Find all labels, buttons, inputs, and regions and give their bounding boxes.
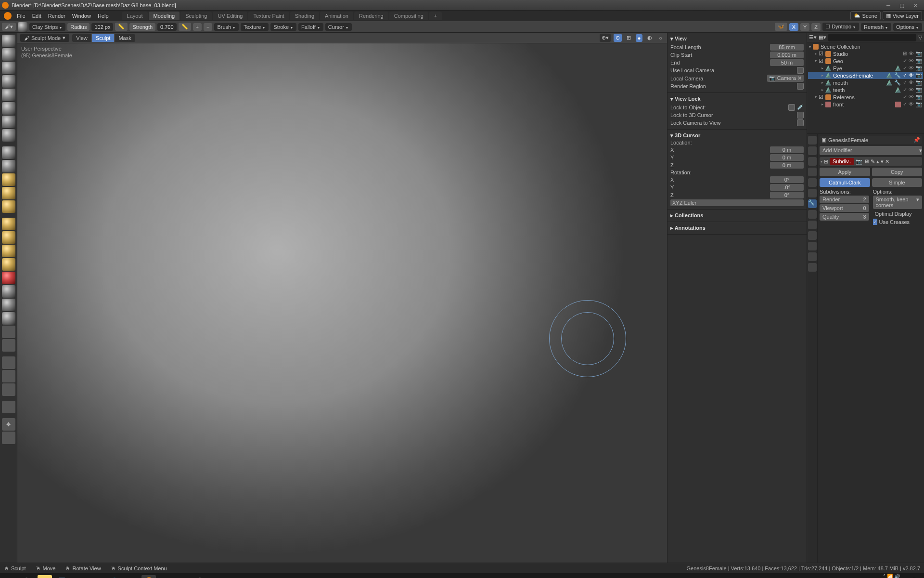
- remesh-dropdown[interactable]: Remesh: [861, 23, 891, 31]
- fill-brush-icon[interactable]: [2, 173, 15, 186]
- brush-dropdown[interactable]: Brush: [214, 23, 239, 31]
- sculpt-menu[interactable]: Sculpt: [92, 34, 115, 42]
- outliner-type-icon[interactable]: ☰▾: [809, 34, 817, 40]
- modifier-name[interactable]: Subdiv..: [830, 158, 854, 165]
- brush-preview-icon[interactable]: [18, 22, 27, 32]
- mesh-filter-icon[interactable]: [2, 401, 15, 413]
- tree-referens[interactable]: ▾☑Referens✓ 👁 📷: [808, 93, 923, 101]
- mod-visibility-viewport-icon[interactable]: 🖥: [864, 158, 869, 164]
- tab-add[interactable]: +: [429, 12, 442, 20]
- prop-tab-scene-icon[interactable]: [808, 168, 817, 176]
- mod-move-down-icon[interactable]: ▾: [881, 158, 884, 165]
- notifications-icon[interactable]: 💬: [907, 575, 921, 578]
- cursor-rz[interactable]: 0°: [770, 192, 804, 198]
- layer-brush-icon[interactable]: [2, 89, 15, 101]
- prop-tab-particles-icon[interactable]: [808, 210, 817, 219]
- cursor-rx[interactable]: 0°: [770, 176, 804, 183]
- shading-matpreview-icon[interactable]: ◐: [645, 34, 654, 42]
- cursor-x[interactable]: 0 m: [770, 146, 804, 153]
- viewlayer-selector[interactable]: ▦ View Layer: [883, 11, 922, 20]
- draw-brush-icon[interactable]: [2, 35, 15, 47]
- box-mask-icon[interactable]: [2, 370, 15, 382]
- clay-strips-brush-icon[interactable]: [2, 75, 15, 88]
- tab-sculpting[interactable]: Sculpting: [180, 12, 212, 20]
- local-cam-value[interactable]: 📷 Camera ✕: [767, 75, 804, 82]
- minimize-button[interactable]: ─: [882, 1, 895, 10]
- render-region-checkbox[interactable]: [797, 83, 804, 90]
- strength-value[interactable]: 0.700: [157, 23, 177, 31]
- quality-subdiv[interactable]: Quality3: [820, 213, 869, 221]
- tree-studio[interactable]: ▸☑Studio🖥 👁 📷: [808, 50, 923, 57]
- cursor-z[interactable]: 0 m: [770, 162, 804, 169]
- pinch-brush-icon[interactable]: [2, 218, 15, 230]
- blender-taskbar-icon[interactable]: 🟠: [141, 575, 156, 578]
- snake-hook-brush-icon[interactable]: [2, 258, 15, 271]
- symmetry-z[interactable]: Z: [811, 23, 821, 31]
- radius-value[interactable]: 102 px: [91, 23, 113, 31]
- mask-menu[interactable]: Mask: [115, 34, 135, 42]
- notepad-icon[interactable]: 📝: [55, 575, 69, 578]
- menu-help[interactable]: Help: [94, 13, 112, 19]
- crease-brush-icon[interactable]: [2, 129, 15, 142]
- lock-object-field[interactable]: [788, 104, 795, 111]
- modifier-header[interactable]: ▾ ⊞ Subdiv.. 📷 🖥 ✎ ▴ ▾ ✕: [820, 157, 922, 166]
- tab-texture-paint[interactable]: Texture Paint: [248, 12, 289, 20]
- viewport-canvas[interactable]: [17, 43, 667, 563]
- app-2-icon[interactable]: S: [159, 575, 173, 578]
- strength-pressure-icon[interactable]: 📏: [179, 23, 191, 31]
- tree-scene-collection[interactable]: ▾Scene Collection: [808, 43, 923, 50]
- thumb-brush-icon[interactable]: [2, 272, 15, 284]
- grab-brush-icon[interactable]: [2, 231, 15, 244]
- texture-dropdown[interactable]: Texture: [241, 23, 269, 31]
- cursor-panel-header[interactable]: ▾ 3D Cursor: [670, 131, 804, 140]
- use-creases-checkbox[interactable]: ✓: [873, 219, 877, 225]
- tab-uv-editing[interactable]: UV Editing: [213, 12, 247, 20]
- system-tray[interactable]: ˄ 📶 🔊 10.44 29.2.2020: [875, 574, 904, 578]
- rotate-brush-icon[interactable]: [2, 312, 15, 325]
- prop-tab-physics-icon[interactable]: [808, 221, 817, 229]
- file-explorer-icon[interactable]: 📁: [38, 575, 52, 578]
- prop-tab-material-icon[interactable]: [808, 252, 817, 261]
- viewport-3d[interactable]: 🖌 Sculpt Mode ▾ View Sculpt Mask ⊕▾ ⊙ ⊞ …: [17, 33, 667, 563]
- maximize-button[interactable]: ▢: [895, 1, 909, 10]
- copy-button[interactable]: Copy: [872, 168, 923, 176]
- tree-geo[interactable]: ▾☑Geo✓ 👁 📷: [808, 57, 923, 65]
- mod-visibility-render-icon[interactable]: 📷: [856, 158, 862, 165]
- add-modifier-dropdown[interactable]: Add Modifier ▾: [820, 146, 922, 155]
- falloff-dropdown[interactable]: Falloff: [298, 23, 323, 31]
- tab-compositing[interactable]: Compositing: [389, 12, 428, 20]
- collections-header[interactable]: ▸ Collections: [670, 211, 804, 220]
- brush-name[interactable]: Clay Strips: [29, 23, 65, 31]
- clay-brush-icon[interactable]: [2, 62, 15, 74]
- tab-modeling[interactable]: Modeling: [149, 12, 180, 20]
- prop-tab-data-icon[interactable]: [808, 242, 817, 250]
- mode-selector[interactable]: 🖌 Sculpt Mode ▾: [20, 34, 69, 42]
- view-panel-header[interactable]: ▾ View: [670, 35, 804, 43]
- slide-relax-brush-icon[interactable]: [2, 326, 15, 338]
- dyntopo-dropdown[interactable]: ☐ Dyntopo: [822, 23, 859, 31]
- cursor-y[interactable]: 0 m: [770, 154, 804, 161]
- mask-brush-icon[interactable]: [2, 356, 15, 369]
- clip-start-value[interactable]: 0.001 m: [770, 52, 804, 58]
- apply-button[interactable]: Apply: [820, 168, 870, 176]
- menu-window[interactable]: Window: [69, 13, 94, 19]
- mod-delete-icon[interactable]: ✕: [885, 158, 889, 165]
- cursor-ry[interactable]: -0°: [770, 184, 804, 191]
- scrape-brush-icon[interactable]: [2, 187, 15, 199]
- start-button[interactable]: ⊞: [3, 575, 17, 578]
- prop-tab-constraints-icon[interactable]: [808, 231, 817, 240]
- symmetry-icon[interactable]: 🦋: [775, 23, 787, 31]
- tree-teeth[interactable]: ▸teeth✓ 👁 📷: [808, 86, 923, 93]
- tab-shading[interactable]: Shading: [290, 12, 319, 20]
- outliner-display-icon[interactable]: ▦▾: [819, 34, 826, 40]
- outliner-filter-icon[interactable]: ▽: [918, 34, 922, 40]
- shading-rendered-icon[interactable]: ○: [657, 34, 664, 42]
- radius-pressure-icon[interactable]: 📏: [115, 23, 128, 31]
- editor-type-button[interactable]: 🖌▾: [2, 23, 16, 31]
- nudge-brush-icon[interactable]: [2, 299, 15, 311]
- local-camera-checkbox[interactable]: [797, 67, 804, 74]
- elastic-brush-icon[interactable]: [2, 245, 15, 257]
- tree-eye[interactable]: ▸Eye✓ 👁 📷: [808, 65, 923, 72]
- chrome-icon[interactable]: 🌐: [107, 575, 121, 578]
- scene-selector[interactable]: ⛅ Scene: [850, 11, 881, 20]
